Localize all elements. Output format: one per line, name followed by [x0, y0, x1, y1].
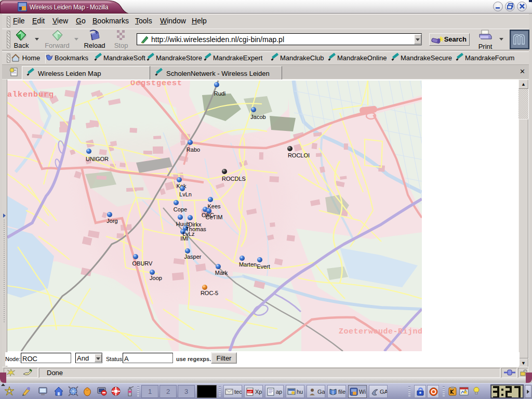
svg-text:Zoeterwoude-Rijndi: Zoeterwoude-Rijndi — [339, 327, 422, 336]
svg-text:pdf: pdf — [247, 390, 252, 393]
svg-text:alkenburg: alkenburg — [7, 90, 54, 99]
svg-text:Evert: Evert — [257, 263, 270, 270]
svg-text:Marten: Marten — [239, 261, 257, 268]
svg-text:Jorg: Jorg — [107, 218, 117, 224]
svg-text:Jacob: Jacob — [250, 114, 265, 120]
svg-text:IMI: IMI — [180, 235, 188, 242]
svg-text:Oegstgeest: Oegstgeest — [130, 81, 182, 88]
svg-text:Rabo: Rabo — [187, 147, 200, 153]
svg-text:Cope: Cope — [174, 206, 187, 212]
svg-text:Mark: Mark — [215, 270, 228, 276]
svg-text:CeTIM: CeTIM — [206, 214, 223, 220]
svg-text:ROC-5: ROC-5 — [201, 290, 218, 296]
svg-text:LvLn: LvLn — [179, 191, 192, 197]
svg-text:Jasper: Jasper — [184, 254, 201, 260]
svg-text:ROCDLS: ROCDLS — [222, 176, 246, 182]
svg-text:Rudi: Rudi — [214, 90, 226, 97]
svg-text:ROCLOI: ROCLOI — [288, 152, 310, 158]
svg-text:OBURV: OBURV — [132, 260, 153, 267]
svg-text:UNIGOR: UNIGOR — [86, 156, 109, 162]
svg-text:Joop: Joop — [150, 275, 162, 281]
